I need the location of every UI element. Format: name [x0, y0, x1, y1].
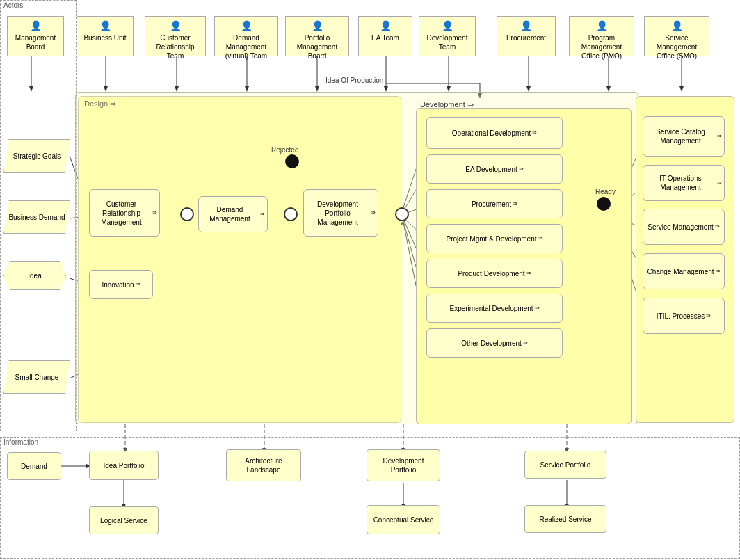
rejected-label: Rejected: [271, 146, 298, 154]
actor-smo: 👤 Service Management Office (SMO): [644, 16, 709, 56]
actor-business-unit: 👤 Business Unit: [77, 16, 134, 56]
actor-demand-mgmt-team: 👤 Demand Management (virtual) Team: [214, 16, 278, 56]
service-portfolio-info: Service Portfolio: [524, 451, 606, 479]
ready-label: Ready: [595, 188, 616, 195]
other-dev-process: Other Development ⇒: [426, 328, 563, 358]
business-demand-input: Business Demand: [3, 200, 70, 234]
strategic-goals-input: Strategic Goals: [3, 139, 70, 173]
actor-pmo: 👤 Program Management Office (PMO): [569, 16, 634, 56]
information-label: Information: [1, 437, 41, 447]
person-icon: 👤: [288, 19, 346, 32]
innovation-process: Innovation ⇒: [89, 270, 153, 299]
person-icon: 👤: [361, 19, 410, 32]
procurement-process: Procurement ⇒: [426, 189, 563, 218]
actor-crm-team: 👤 Customer Relationship Team: [145, 16, 206, 56]
ea-dev-process: EA Development ⇒: [426, 154, 563, 184]
architecture-landscape-info: Architecture Landscape: [226, 449, 301, 481]
itil-process: ITIL. Processes ⇒: [643, 298, 725, 334]
demand-mgmt-process: Demand Management ⇒: [198, 196, 268, 232]
idea-of-production-label: Idea Of Production: [325, 77, 383, 84]
rejected-circle: [285, 154, 299, 168]
experimental-dev-process: Experimental Development ⇒: [426, 294, 563, 323]
small-change-input: Small Change: [3, 360, 70, 394]
person-icon: 👤: [572, 19, 632, 32]
demand-info: Demand: [7, 452, 61, 480]
actor-dev-team: 👤 Development Team: [419, 16, 476, 56]
realized-service-info: Realized Service: [524, 505, 606, 533]
idea-portfolio-info: Idea Portfolio: [89, 451, 159, 480]
conceptual-service-info: Conceptual Service: [367, 505, 440, 534]
dev-portfolio-info: Development Portfolio: [367, 449, 440, 481]
project-mgmt-process: Project Mgmt & Development ⇒: [426, 224, 563, 253]
logical-service-info: Logical Service: [89, 506, 159, 534]
circle-connector-1: [180, 207, 194, 221]
actor-portfolio-board: 👤 Portfolio Management Board: [285, 16, 349, 56]
actor-management-board: 👤 Management Board: [7, 16, 64, 56]
idea-input: Idea: [3, 261, 66, 290]
person-icon: 👤: [79, 19, 131, 32]
actor-ea-team: 👤 EA Team: [358, 16, 412, 56]
crm-process: Customer Relationship Management ⇒: [89, 189, 160, 237]
person-icon: 👤: [217, 19, 275, 32]
service-mgmt-process: Service Management ⇒: [643, 209, 725, 245]
person-icon: 👤: [421, 19, 473, 32]
service-catalog-process: Service Catalog Management ⇒: [643, 116, 725, 157]
it-ops-process: IT Operations Management ⇒: [643, 165, 725, 201]
person-icon: 👤: [499, 19, 553, 32]
product-dev-process: Product Development ⇒: [426, 259, 563, 288]
person-icon: 👤: [147, 19, 203, 32]
ready-circle: [597, 197, 611, 211]
person-icon: 👤: [10, 19, 61, 32]
change-mgmt-process: Change Management ⇒: [643, 253, 725, 289]
circle-connector-2: [284, 207, 298, 221]
actor-procurement: 👤 Procurement: [497, 16, 556, 56]
dev-portfolio-mgmt-process: Development Portfolio Management ⇒: [303, 189, 378, 237]
operational-dev-process: Operational Development ⇒: [426, 117, 563, 149]
diagram-container: Actors 👤 Management Board 👤 Business Uni…: [0, 0, 740, 560]
actors-label: Actors: [1, 0, 26, 10]
person-icon: 👤: [647, 19, 707, 32]
circle-connector-3: [395, 207, 409, 221]
